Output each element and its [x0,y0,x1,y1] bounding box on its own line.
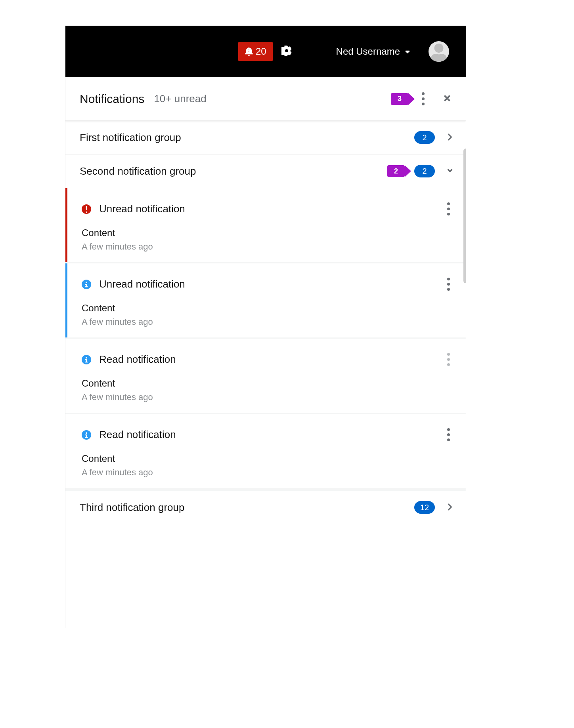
group-label: Second notification group [80,165,387,177]
group-count-badge: 2 [414,131,435,144]
notification-actions-menu[interactable] [443,424,454,445]
group-expanded-list: Unread notification Content A few minute… [65,188,466,491]
notification-content: Content [82,303,454,314]
chevron-right-icon [446,501,454,514]
gear-icon [281,46,292,57]
chevron-right-icon [446,131,454,144]
group-count-badge: 2 [414,165,435,177]
notification-time: A few minutes ago [82,392,454,402]
drawer-body: First notification group 2 1 Second noti… [65,121,466,628]
username-label: Ned Username [336,46,400,57]
drawer-actions-menu[interactable] [418,88,429,109]
notification-actions-menu[interactable] [443,274,454,295]
notification-title: Unread notification [99,278,185,290]
caret-down-icon [404,48,411,55]
notification-item[interactable]: Read notification Content A few minutes … [65,339,466,413]
settings-button[interactable] [273,46,300,57]
notification-group[interactable]: Third notification group 12 [65,491,466,524]
notification-content: Content [82,227,454,238]
info-icon [82,430,91,440]
drawer-close-button[interactable] [440,91,454,107]
chevron-down-icon [446,165,454,177]
drawer-unread-label: 10+ unread [154,93,206,105]
notification-time: A few minutes ago [82,242,454,252]
bell-count: 20 [256,46,266,57]
group-label: First notification group [80,131,414,144]
notification-title: Unread notification [99,203,185,215]
notification-group[interactable]: First notification group 2 [65,121,466,154]
drawer-title: Notifications [80,92,144,106]
info-icon [82,280,91,289]
group-count-badge: 12 [414,501,435,514]
notification-time: A few minutes ago [82,317,454,327]
close-icon [443,94,452,103]
notification-title: Read notification [99,429,176,441]
callout-2: 2 [387,165,411,177]
attention-bell-icon [245,47,253,56]
group-label: Third notification group [80,501,414,514]
notification-title: Read notification [99,353,176,366]
notification-item[interactable]: Read notification Content A few minutes … [65,414,466,488]
notification-actions-menu[interactable] [443,349,454,370]
exclamation-icon [82,204,91,214]
callout-3: 3 [391,93,415,105]
notification-content: Content [82,378,454,389]
avatar-icon [430,44,448,62]
notification-item[interactable]: Unread notification Content A few minute… [65,188,466,262]
avatar[interactable] [429,41,449,62]
user-menu[interactable]: Ned Username [336,41,449,62]
notification-group[interactable]: 1 Second notification group 2 2 [65,154,466,188]
bell-button[interactable]: 20 [238,42,273,61]
drawer-header: Notifications 10+ unread 3 [65,77,466,121]
notification-item[interactable]: Unread notification Content A few minute… [65,263,466,337]
masthead: 20 Ned Username [65,26,466,77]
info-icon [82,355,91,364]
notification-actions-menu[interactable] [443,198,454,219]
notification-time: A few minutes ago [82,467,454,478]
notification-content: Content [82,453,454,464]
scrollbar[interactable] [463,149,466,283]
